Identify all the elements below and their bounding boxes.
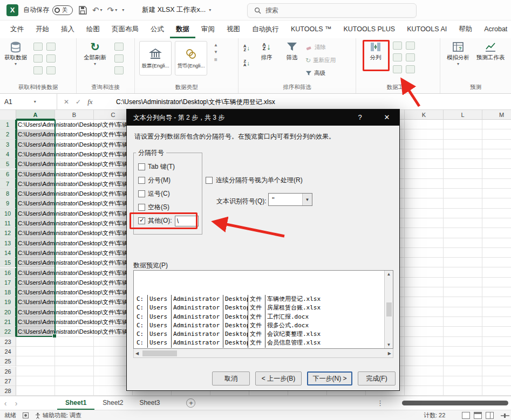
- delimiter-semicolon-checkbox[interactable]: 分号(M): [138, 176, 202, 184]
- checkbox-icon[interactable]: [138, 217, 145, 224]
- from-text-csv-icon[interactable]: [33, 43, 43, 51]
- what-if-analysis-button[interactable]: ? 模拟分析 ▾: [444, 40, 473, 67]
- back-button[interactable]: < 上一步(B): [255, 371, 302, 385]
- cancel-button[interactable]: 取消: [212, 371, 250, 385]
- page-break-view-icon[interactable]: [486, 412, 494, 419]
- page-layout-view-icon[interactable]: [474, 412, 482, 419]
- gallery-more-icon[interactable]: ≡: [214, 57, 217, 63]
- column-header-A[interactable]: A: [16, 110, 55, 120]
- column-header-L[interactable]: L: [444, 110, 482, 120]
- next-button[interactable]: 下一步(N) >: [307, 371, 352, 385]
- text-to-columns-button[interactable]: 分列: [364, 40, 387, 60]
- data-types-gallery-scroll[interactable]: ▲ ▼ ≡: [214, 43, 218, 63]
- accessibility-status[interactable]: 辅助功能: 调查: [35, 411, 81, 419]
- scroll-right-icon[interactable]: ▶: [388, 351, 391, 356]
- ribbon-tab-page-layout[interactable]: 页面布局: [106, 20, 145, 38]
- column-header-M[interactable]: M: [482, 110, 511, 120]
- sheet-nav-left-icon[interactable]: ‹: [0, 399, 11, 408]
- delimiter-comma-checkbox[interactable]: 逗号(C): [138, 190, 202, 198]
- normal-view-icon[interactable]: [462, 412, 470, 419]
- sheet-tab-Sheet2[interactable]: Sheet2: [94, 396, 131, 410]
- select-all-corner[interactable]: [0, 110, 16, 120]
- macro-record-icon[interactable]: [23, 412, 29, 418]
- close-icon[interactable]: ✕: [378, 109, 396, 126]
- row-header-16[interactable]: 16: [0, 268, 16, 278]
- delimiter-space-checkbox[interactable]: 空格(S): [138, 203, 202, 211]
- row-header-25[interactable]: 25: [0, 356, 16, 366]
- ribbon-tab-draw[interactable]: 绘图: [80, 20, 106, 38]
- workbook-title[interactable]: 新建 XLSX 工作表x... ▾: [142, 5, 211, 15]
- forecast-sheet-button[interactable]: 预测工作表: [476, 40, 505, 60]
- row-header-27[interactable]: 27: [0, 376, 16, 386]
- name-box[interactable]: A1 ▾: [0, 94, 57, 109]
- checkbox-icon[interactable]: [138, 163, 145, 170]
- ribbon-tab-data[interactable]: 数据: [170, 20, 195, 38]
- checkbox-icon[interactable]: [138, 190, 145, 197]
- sort-az-button[interactable]: AZ↓: [241, 43, 253, 53]
- row-header-22[interactable]: 22: [0, 327, 16, 336]
- redo-button[interactable]: ↷▾: [107, 5, 118, 15]
- horizontal-scrollbar[interactable]: [384, 400, 508, 406]
- row-header-7[interactable]: 7: [0, 179, 16, 189]
- ribbon-tab-help[interactable]: 帮助: [453, 20, 478, 38]
- column-header-B[interactable]: B: [55, 110, 94, 120]
- currency-data-type-button[interactable]: 货币(Engli...: [175, 41, 207, 75]
- sort-button[interactable]: AZ↓ 排序: [255, 40, 278, 60]
- preview-vertical-scrollbar[interactable]: ▲ ▼: [384, 271, 393, 348]
- scrollbar-thumb[interactable]: [402, 401, 508, 405]
- row-header-26[interactable]: 26: [0, 367, 16, 376]
- from-table-icon[interactable]: [33, 54, 43, 63]
- row-header-9[interactable]: 9: [0, 198, 16, 208]
- row-header-15[interactable]: 15: [0, 258, 16, 267]
- formula-input[interactable]: C:\Users\Administrator\Desktop\文件\车辆使用登记…: [116, 94, 275, 110]
- ribbon-tab-insert[interactable]: 插入: [55, 20, 80, 38]
- row-header-13[interactable]: 13: [0, 238, 16, 248]
- scrollbar-thumb[interactable]: [142, 350, 177, 356]
- row-header-12[interactable]: 12: [0, 228, 16, 238]
- preview-horizontal-scrollbar[interactable]: ◀ ▶: [133, 349, 393, 358]
- cancel-entry-icon[interactable]: ✕: [64, 98, 69, 106]
- ribbon-tab-file[interactable]: 文件: [4, 20, 30, 38]
- reapply-filter-button[interactable]: ↻ 重新应用: [305, 56, 336, 65]
- row-header-10[interactable]: 10: [0, 209, 16, 218]
- row-header-20[interactable]: 20: [0, 307, 16, 317]
- finish-button[interactable]: 完成(F): [358, 371, 396, 385]
- consecutive-delimiters-checkbox[interactable]: 连续分隔符号视为单个处理(R): [206, 176, 303, 185]
- row-header-11[interactable]: 11: [0, 218, 16, 228]
- row-header-21[interactable]: 21: [0, 317, 16, 327]
- scroll-left-icon[interactable]: ◀: [135, 351, 139, 356]
- ribbon-tab-home[interactable]: 开始: [30, 20, 55, 38]
- row-header-18[interactable]: 18: [0, 287, 16, 297]
- consolidate-icon[interactable]: [406, 53, 415, 61]
- get-data-button[interactable]: 获取数据 ▾: [3, 40, 28, 67]
- sort-za-button[interactable]: ZA↓: [241, 58, 253, 68]
- row-header-8[interactable]: 8: [0, 189, 16, 198]
- confirm-entry-icon[interactable]: ✓: [76, 98, 81, 106]
- help-icon[interactable]: ?: [352, 109, 368, 126]
- properties-icon[interactable]: [114, 54, 124, 63]
- refresh-all-button[interactable]: ↻ 全部刷新 ▾: [81, 40, 109, 67]
- recent-sources-icon[interactable]: [46, 54, 56, 63]
- manage-data-model-icon[interactable]: [406, 65, 415, 73]
- insert-function-icon[interactable]: fx: [87, 98, 92, 106]
- delimiter-tab-checkbox[interactable]: Tab 键(T): [138, 163, 202, 171]
- edit-links-icon[interactable]: [114, 66, 124, 74]
- filter-button[interactable]: 筛选: [281, 40, 303, 60]
- clear-filter-button[interactable]: 清除: [305, 43, 326, 52]
- column-header-K[interactable]: K: [405, 110, 444, 120]
- row-header-24[interactable]: 24: [0, 347, 16, 356]
- data-validation-icon[interactable]: [393, 53, 402, 61]
- advanced-filter-button[interactable]: 高级: [305, 68, 325, 78]
- delimiter-other-checkbox[interactable]: 其他(O):: [138, 217, 202, 225]
- search-input[interactable]: 搜索: [247, 3, 417, 18]
- zoom-slider[interactable]: [501, 415, 509, 416]
- undo-button[interactable]: ↶▾: [92, 5, 103, 15]
- ribbon-tab-automate[interactable]: 自动执行: [246, 20, 285, 38]
- row-header-4[interactable]: 4: [0, 149, 16, 159]
- autosave-control[interactable]: 自动保存 关: [23, 5, 73, 15]
- ribbon-tab-kutools-ai[interactable]: KUTOOLS AI: [401, 20, 453, 38]
- row-header-5[interactable]: 5: [0, 159, 16, 169]
- row-header-17[interactable]: 17: [0, 278, 16, 287]
- row-header-6[interactable]: 6: [0, 169, 16, 179]
- ribbon-tab-review[interactable]: 审阅: [195, 20, 221, 38]
